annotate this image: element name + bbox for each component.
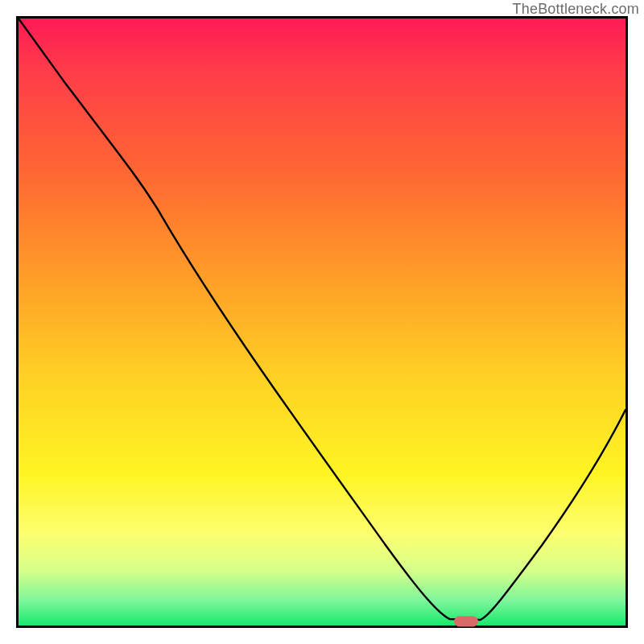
- chart-frame: [16, 16, 628, 628]
- plot-gradient-background: [19, 19, 625, 625]
- watermark-text: TheBottleneck.com: [513, 1, 639, 18]
- optimal-point-marker: [454, 616, 478, 626]
